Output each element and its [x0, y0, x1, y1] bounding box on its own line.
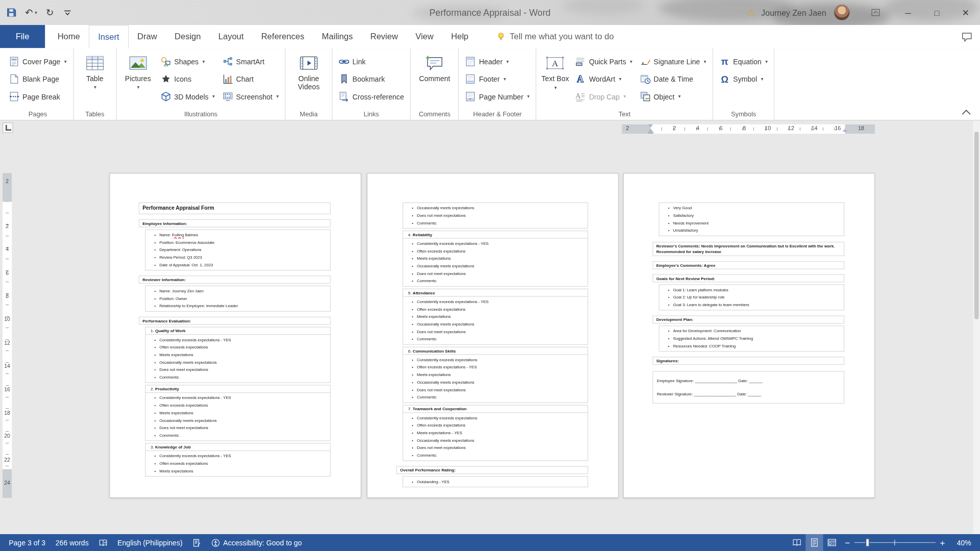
- document-page-1[interactable]: Performance Appraisal FormEmployee Infor…: [109, 173, 361, 498]
- online-videos-label: Online Videos: [290, 75, 327, 91]
- warning-icon[interactable]: ⚠: [747, 7, 755, 18]
- doc-signature-line: Reviewer Signature: ___________________ …: [657, 387, 840, 400]
- ribbon-display-options-button[interactable]: [866, 0, 885, 25]
- left-indent-marker[interactable]: [648, 132, 653, 134]
- tab-home[interactable]: Home: [49, 25, 89, 48]
- document-status-button[interactable]: [187, 534, 206, 551]
- vertical-scrollbar[interactable]: [973, 120, 980, 534]
- header-button[interactable]: Header ▾: [462, 54, 532, 69]
- screenshot-button[interactable]: Screenshot ▾: [219, 89, 282, 105]
- close-button[interactable]: ✕: [951, 0, 980, 25]
- equation-button[interactable]: π Equation ▾: [716, 54, 771, 69]
- doc-bullet-list: •Consistently exceeds expectations - YES…: [403, 238, 589, 287]
- doc-list-item: •Resources Needed: COOP Training: [668, 342, 841, 350]
- quick-parts-button[interactable]: Quick Parts ▾: [572, 54, 635, 69]
- 3d-models-button[interactable]: 3D Models ▾: [157, 89, 218, 105]
- collapse-ribbon-button[interactable]: [961, 109, 971, 116]
- vertical-ruler[interactable]: 224681012141618202224: [3, 173, 12, 498]
- doc-list-item: •Consistently exceeds expectations - YES: [154, 453, 327, 460]
- cross-reference-button[interactable]: Cross-reference: [335, 89, 407, 105]
- save-button[interactable]: [6, 8, 16, 18]
- language-indicator[interactable]: English (Philippines): [112, 534, 187, 551]
- pictures-button[interactable]: Pictures▾: [120, 51, 156, 92]
- scrollbar-thumb[interactable]: [974, 132, 979, 319]
- ribbon-group-comments: Comment Comments: [411, 48, 459, 120]
- header-label: Header: [479, 58, 502, 65]
- tab-references[interactable]: References: [253, 25, 313, 48]
- accessibility-status[interactable]: Accessibility: Good to go: [206, 534, 307, 551]
- zoom-out-button[interactable]: −: [841, 538, 854, 548]
- first-line-indent-marker[interactable]: [648, 124, 653, 128]
- link-button[interactable]: Link: [335, 54, 407, 69]
- read-mode-button[interactable]: [788, 534, 805, 551]
- online-videos-icon: [299, 54, 318, 72]
- page-number-button[interactable]: Page Number ▾: [462, 89, 532, 105]
- smartart-button[interactable]: SmartArt: [219, 54, 282, 69]
- word-count[interactable]: 266 words: [51, 534, 94, 551]
- bookmark-button[interactable]: Bookmark: [335, 71, 407, 87]
- redo-button[interactable]: ↻: [46, 7, 54, 18]
- ribbon-display-options-icon: [871, 8, 881, 18]
- zoom-in-button[interactable]: +: [936, 538, 949, 548]
- footer-button[interactable]: Footer ▾: [462, 71, 532, 87]
- online-videos-button[interactable]: Online Videos: [289, 51, 329, 92]
- customize-quick-access-button[interactable]: [63, 8, 73, 18]
- account-user-name[interactable]: Journey Zen Jaen: [761, 8, 826, 17]
- tab-insert[interactable]: Insert: [89, 25, 129, 48]
- tab-help[interactable]: Help: [443, 25, 477, 48]
- proofing-errors-button[interactable]: [94, 534, 113, 551]
- doc-list-item: •Meets expectations: [154, 409, 327, 417]
- cover-page-button[interactable]: Cover Page ▾: [6, 54, 70, 69]
- doc-list-item: •Suggested Actions: Attend OMSMPC Traini…: [668, 335, 841, 343]
- right-indent-marker[interactable]: [843, 129, 848, 132]
- date-time-button[interactable]: Date & Time: [637, 71, 709, 87]
- tell-me-box[interactable]: Tell me what you want to do: [496, 25, 614, 48]
- icons-button[interactable]: Icons: [157, 71, 218, 87]
- avatar[interactable]: [834, 5, 850, 21]
- object-button[interactable]: Object ▾: [637, 89, 709, 105]
- horizontal-ruler[interactable]: 224681012141618: [622, 124, 875, 134]
- comments-pane-button[interactable]: [961, 25, 972, 48]
- print-layout-button[interactable]: [805, 534, 823, 551]
- minimize-button[interactable]: ─: [894, 0, 922, 25]
- proofing-book-icon: [99, 538, 107, 547]
- table-button[interactable]: Table▾: [77, 51, 113, 92]
- zoom-level[interactable]: 40%: [949, 539, 974, 546]
- doc-list-item: •Occasionally meets expectations: [412, 262, 585, 270]
- tab-draw[interactable]: Draw: [129, 25, 166, 48]
- shapes-button[interactable]: Shapes ▾: [157, 54, 218, 69]
- tab-mailings[interactable]: Mailings: [313, 25, 361, 48]
- document-page-3[interactable]: •Very Good•Satisfactory•Needs Improvemen…: [623, 173, 875, 498]
- web-layout-button[interactable]: [823, 534, 841, 551]
- chevron-down-icon: ▾: [503, 76, 506, 82]
- doc-list-item: •Satisfactory: [668, 212, 841, 219]
- ruler-number: 6: [720, 125, 723, 131]
- tab-layout[interactable]: Layout: [210, 25, 253, 48]
- chart-button[interactable]: Chart: [219, 71, 282, 87]
- tab-review[interactable]: Review: [361, 25, 406, 48]
- zoom-slider[interactable]: [854, 534, 936, 551]
- page-break-button[interactable]: Page Break: [6, 89, 70, 105]
- wordart-button[interactable]: A WordArt ▾: [572, 71, 635, 87]
- document-status-icon: [192, 538, 201, 547]
- drop-cap-button[interactable]: A Drop Cap ▾: [572, 89, 635, 105]
- pictures-label: Pictures: [125, 75, 151, 83]
- tab-view[interactable]: View: [407, 25, 443, 48]
- document-page-2[interactable]: •Occasionally meets expectations•Does no…: [367, 173, 619, 498]
- symbol-button[interactable]: Ω Symbol ▾: [716, 71, 771, 87]
- comment-button[interactable]: Comment: [414, 51, 455, 84]
- redo-icon: ↻: [46, 7, 54, 18]
- signature-line-button[interactable]: Signature Line ▾: [637, 54, 709, 69]
- tab-selector[interactable]: [3, 122, 13, 133]
- doc-list-item: •Consistently exceeds expectations - YES: [412, 240, 585, 247]
- undo-button[interactable]: ↶▾: [25, 7, 37, 18]
- text-box-button[interactable]: A Text Box ▾: [540, 51, 571, 93]
- tab-design[interactable]: Design: [166, 25, 210, 48]
- blank-page-button[interactable]: Blank Page: [6, 71, 70, 87]
- tab-file[interactable]: File: [0, 25, 45, 48]
- shapes-icon: [160, 56, 171, 67]
- doc-list-item: •Meets expectations: [154, 467, 327, 475]
- maximize-button[interactable]: □: [922, 0, 951, 25]
- zoom-slider-thumb[interactable]: [866, 539, 869, 547]
- page-indicator[interactable]: Page 3 of 3: [4, 534, 51, 551]
